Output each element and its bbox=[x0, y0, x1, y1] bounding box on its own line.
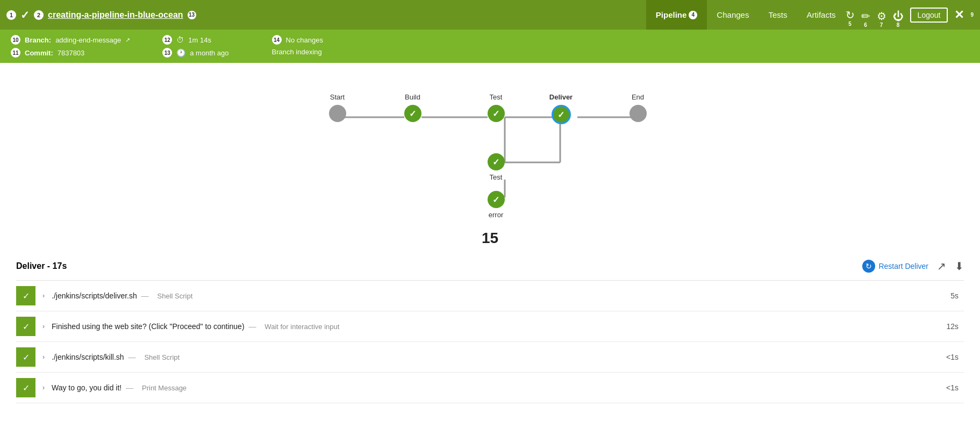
refresh-button[interactable]: ↻ 5 bbox=[846, 10, 855, 20]
branch-indexing-text: Branch indexing bbox=[272, 48, 322, 56]
tab-artifacts[interactable]: Artifacts bbox=[797, 0, 845, 30]
step-name-2: ./jenkins/scripts/kill.sh bbox=[52, 353, 124, 361]
close-button[interactable]: ✕ bbox=[954, 8, 964, 22]
stage-end[interactable]: End bbox=[630, 105, 647, 122]
duration-icon: ⏱ bbox=[176, 35, 184, 44]
download-icon[interactable]: ⬇ bbox=[955, 260, 964, 273]
step-name-3: Way to go, you did it! bbox=[52, 383, 121, 392]
step-content-3: Way to go, you did it! — Print Message bbox=[52, 383, 946, 392]
edit-button[interactable]: ✏ 6 bbox=[861, 11, 870, 22]
badge-9: 9 bbox=[970, 12, 974, 18]
nav-left: 1 ✓ 2 creating-a-pipeline-in-blue-ocean … bbox=[6, 9, 646, 22]
open-external-icon[interactable]: ↗ bbox=[937, 260, 946, 273]
stage-sub-error[interactable]: ✓ error bbox=[488, 191, 505, 208]
stage-deliver-label: Deliver bbox=[549, 93, 573, 101]
pipeline-title[interactable]: creating-a-pipeline-in-blue-ocean bbox=[48, 10, 183, 20]
exit-button[interactable]: ⏻ 8 bbox=[893, 11, 904, 22]
info-col-right: 14 No changes Branch indexing bbox=[272, 35, 323, 56]
stage-end-circle bbox=[630, 105, 647, 122]
step-content-2: ./jenkins/scripts/kill.sh — Shell Script bbox=[52, 353, 946, 361]
step-expand-0[interactable]: › bbox=[35, 286, 52, 305]
tab-changes[interactable]: Changes bbox=[707, 0, 759, 30]
duration-value: 1m 14s bbox=[188, 36, 211, 44]
badge-11: 11 bbox=[11, 48, 20, 58]
step-row[interactable]: ✓ › Way to go, you did it! — Print Messa… bbox=[16, 373, 964, 403]
badge-10: 10 bbox=[11, 35, 20, 45]
step-name-0: ./jenkins/scripts/deliver.sh bbox=[52, 291, 137, 300]
badge-13: 13 bbox=[188, 11, 196, 19]
stage-start-circle bbox=[329, 105, 346, 122]
stage-deliver[interactable]: Deliver ✓ bbox=[552, 105, 571, 124]
pipeline-area: Start Build ✓ Test ✓ Deliver ✓ End bbox=[0, 63, 980, 219]
step-status-2: ✓ bbox=[16, 347, 35, 367]
tab-pipeline[interactable]: Pipeline 4 bbox=[646, 0, 707, 30]
stage-sub-error-label: error bbox=[489, 211, 503, 219]
stage-start-label: Start bbox=[330, 93, 345, 101]
no-changes-row: 14 No changes bbox=[272, 35, 323, 45]
steps-actions: ↻ Restart Deliver ↗ ⬇ bbox=[862, 260, 964, 273]
step-row[interactable]: ✓ › ./jenkins/scripts/deliver.sh — Shell… bbox=[16, 281, 964, 311]
restart-deliver-button[interactable]: ↻ Restart Deliver bbox=[862, 260, 928, 273]
commit-value: 7837803 bbox=[58, 49, 85, 57]
time-value: a month ago bbox=[190, 49, 228, 57]
settings-button[interactable]: ⚙ 7 bbox=[877, 11, 886, 22]
step-row[interactable]: ✓ › Finished using the web site? (Click … bbox=[16, 311, 964, 342]
step-duration-0: 5s bbox=[950, 291, 964, 300]
step-name-1: Finished using the web site? (Click "Pro… bbox=[52, 322, 245, 331]
commit-label: Commit: bbox=[25, 49, 53, 57]
step-duration-2: <1s bbox=[946, 353, 964, 361]
step-separator-0: — bbox=[139, 291, 151, 300]
step-expand-1[interactable]: › bbox=[35, 317, 52, 336]
badge-2: 2 bbox=[34, 10, 44, 20]
stage-deliver-circle: ✓ bbox=[552, 105, 571, 124]
step-separator-3: — bbox=[124, 383, 135, 392]
step-type-3: Print Message bbox=[142, 384, 187, 392]
nav-right: ↻ 5 ✏ 6 ⚙ 7 ⏻ 8 Logout ✕ 9 bbox=[846, 8, 974, 23]
stage-start[interactable]: Start bbox=[329, 105, 346, 122]
stage-build-circle: ✓ bbox=[404, 105, 421, 122]
restart-icon: ↻ bbox=[862, 260, 875, 273]
time-icon: 🕐 bbox=[176, 48, 185, 57]
logout-button[interactable]: Logout bbox=[910, 8, 948, 23]
step-expand-2[interactable]: › bbox=[35, 347, 52, 367]
step-expand-3[interactable]: › bbox=[35, 378, 52, 397]
step-content-1: Finished using the web site? (Click "Pro… bbox=[52, 322, 946, 331]
step-duration-3: <1s bbox=[946, 383, 964, 392]
stage-build-label: Build bbox=[405, 93, 420, 101]
step-duration-1: 12s bbox=[946, 322, 964, 331]
info-bar: 10 Branch: adding-end-message ↗ 11 Commi… bbox=[0, 30, 980, 63]
step-status-0: ✓ bbox=[16, 286, 35, 305]
info-col-mid: 12 ⏱ 1m 14s 13 🕐 a month ago bbox=[162, 35, 228, 58]
commit-row: 11 Commit: 7837803 bbox=[11, 48, 130, 58]
stage-sub-test-circle: ✓ bbox=[488, 153, 505, 170]
steps-header: Deliver - 17s ↻ Restart Deliver ↗ ⬇ bbox=[16, 252, 964, 281]
exit-icon: ⏻ bbox=[893, 11, 904, 22]
refresh-icon: ↻ bbox=[846, 10, 855, 20]
info-col-left: 10 Branch: adding-end-message ↗ 11 Commi… bbox=[11, 35, 130, 58]
step-type-0: Shell Script bbox=[158, 292, 193, 300]
restart-label: Restart Deliver bbox=[878, 262, 928, 270]
branch-value: adding-end-message bbox=[55, 36, 121, 44]
branch-indexing-row: Branch indexing bbox=[272, 48, 323, 56]
tab-tests[interactable]: Tests bbox=[759, 0, 797, 30]
stage-test[interactable]: Test ✓ bbox=[488, 105, 505, 122]
badge-1: 1 bbox=[6, 10, 16, 20]
top-nav: 1 ✓ 2 creating-a-pipeline-in-blue-ocean … bbox=[0, 0, 980, 30]
stage-sub-test-label: Test bbox=[490, 173, 503, 181]
step-separator-1: — bbox=[247, 322, 259, 331]
step-status-1: ✓ bbox=[16, 317, 35, 336]
pencil-icon: ✏ bbox=[861, 11, 870, 22]
step-row[interactable]: ✓ › ./jenkins/scripts/kill.sh — Shell Sc… bbox=[16, 342, 964, 373]
step-content-0: ./jenkins/scripts/deliver.sh — Shell Scr… bbox=[52, 291, 950, 300]
step-type-2: Shell Script bbox=[144, 353, 180, 361]
external-link-icon[interactable]: ↗ bbox=[125, 37, 130, 44]
badge-14: 14 bbox=[272, 35, 282, 45]
badge-12: 12 bbox=[162, 35, 172, 45]
time-row: 13 🕐 a month ago bbox=[162, 48, 228, 58]
no-changes-text: No changes bbox=[286, 36, 323, 44]
gear-icon: ⚙ bbox=[877, 11, 886, 22]
stage-test-label: Test bbox=[490, 93, 503, 101]
stage-sub-test[interactable]: ✓ Test bbox=[488, 153, 505, 170]
tab-badge-pipeline: 4 bbox=[689, 11, 697, 19]
stage-build[interactable]: Build ✓ bbox=[404, 105, 421, 122]
